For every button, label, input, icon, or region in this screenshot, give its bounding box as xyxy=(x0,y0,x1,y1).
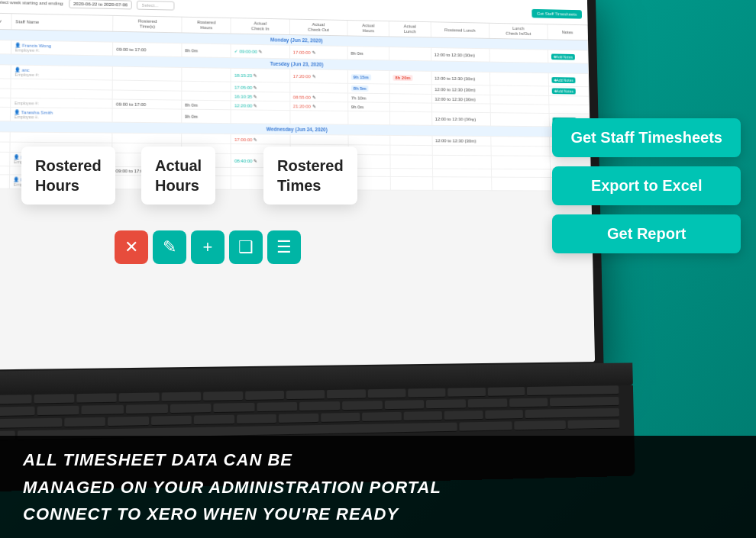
bottom-text-overlay: ALL TIMESHEET DATA CAN BE MANAGED ON YOU… xyxy=(0,436,756,538)
row-num: 4 xyxy=(0,89,11,98)
right-buttons-panel: Get Staff Timesheets Export to Excel Get… xyxy=(552,118,741,253)
add-note-button[interactable]: ✚Add Notes xyxy=(551,89,575,95)
edit-action-icon[interactable]: ✎ xyxy=(153,230,186,264)
row-actual-hours: 8h 0m xyxy=(347,47,389,60)
row-num xyxy=(0,132,11,142)
row-rostered-lunch xyxy=(432,156,492,169)
row-rostered-lunch: 12:00 to 12:30 (30m) xyxy=(431,85,490,95)
get-report-button[interactable]: Get Report xyxy=(552,214,741,253)
row-actual-hours: 9h 0m xyxy=(348,102,390,111)
row-lunch-check xyxy=(492,169,551,178)
row-actual-lunch xyxy=(389,47,431,61)
select-input[interactable]: Select... xyxy=(137,1,174,11)
row-rostered-lunch: 12:00 to 12:30 (30m) xyxy=(431,48,489,63)
row-lunch-check xyxy=(490,85,548,96)
col-rostered-lunch: Rostered Lunch xyxy=(431,22,489,39)
row-checkout: 17:20:00 ✎ xyxy=(289,69,347,84)
row-num: 1 xyxy=(0,40,11,55)
row-checkout xyxy=(290,135,348,145)
row-num: 5 xyxy=(0,108,11,122)
add-action-icon[interactable]: + xyxy=(191,230,225,264)
row-num: 3 xyxy=(0,79,11,89)
row-rostered-time xyxy=(113,66,182,81)
col-actual-hours: ActualHours xyxy=(347,21,389,37)
date-range-input[interactable]: 2020-06-22 to 2020-07-06 xyxy=(69,0,133,9)
row-actual-lunch xyxy=(390,155,432,169)
key xyxy=(108,417,149,427)
key xyxy=(170,404,212,414)
row-rostered-hours xyxy=(182,92,231,101)
row-rostered-time xyxy=(112,134,181,144)
add-note-button[interactable]: ✚Add Notes xyxy=(551,77,575,83)
get-staff-timesheets-button[interactable]: Get Staff Timesheets xyxy=(531,9,582,19)
key xyxy=(76,393,117,403)
key xyxy=(321,413,360,423)
key xyxy=(342,401,382,411)
key xyxy=(34,394,74,404)
key xyxy=(448,388,486,398)
col-actual-checkin: ActualCheck In xyxy=(231,18,289,35)
key xyxy=(64,417,105,427)
bottom-text-line2: MANAGED ON YOUR ADMINISTRATION PORTAL xyxy=(23,474,733,501)
row-actual-lunch xyxy=(389,84,431,94)
close-icon: ✕ xyxy=(124,237,138,257)
row-checkin: 17:05:00 ✎ xyxy=(231,82,289,93)
copy-action-icon[interactable]: ❑ xyxy=(229,230,263,264)
key xyxy=(468,398,507,408)
col-notes: Notes xyxy=(547,24,587,40)
edit-icon: ✎ xyxy=(163,237,176,257)
select-week-label: Select week starting and ending: xyxy=(0,0,64,6)
get-staff-timesheets-right-button[interactable]: Get Staff Timesheets xyxy=(552,118,741,157)
close-action-icon[interactable]: ✕ xyxy=(115,230,148,264)
key xyxy=(459,421,512,431)
row-rostered-lunch xyxy=(432,169,492,177)
key xyxy=(568,420,620,430)
key xyxy=(151,416,192,426)
key xyxy=(403,411,442,421)
key xyxy=(286,390,325,400)
row-num xyxy=(0,98,11,108)
row-actual-lunch xyxy=(389,103,431,112)
row-num xyxy=(0,142,11,152)
floating-label-actual-hours: Actual Hours xyxy=(141,147,215,205)
key xyxy=(0,407,34,417)
row-rostered-hours: 8h 0m xyxy=(182,43,231,58)
row-notes: ✚Add Notes xyxy=(548,50,588,63)
row-num xyxy=(0,166,10,175)
row-rostered-time: 09:00 to 17:00 xyxy=(112,99,181,109)
key xyxy=(327,389,365,399)
key xyxy=(485,410,523,420)
bottom-text-line3: CONNECT TO XERO WHEN YOU'RE READY xyxy=(23,501,733,527)
key xyxy=(525,408,619,419)
row-staff: 👤 ancEmployee #: xyxy=(11,65,113,80)
row-checkout xyxy=(289,83,347,94)
row-lunch-check xyxy=(492,177,551,191)
add-note-button[interactable]: ✚Add Notes xyxy=(551,53,574,60)
row-notes xyxy=(548,105,589,114)
row-actual-hours: 7h 10m xyxy=(347,93,389,102)
row-num: 8 xyxy=(0,153,10,167)
key xyxy=(408,388,446,398)
row-actual-lunch xyxy=(390,169,432,177)
row-checkout: 08:55:00 ✎ xyxy=(289,92,347,102)
row-rostered-lunch xyxy=(432,177,492,191)
col-lunch-check: LunchCheck In/Out xyxy=(489,24,548,40)
row-checkout: 21:20:00 ✎ xyxy=(289,101,347,111)
row-rostered-lunch xyxy=(432,146,492,156)
row-checkin xyxy=(231,110,289,124)
key xyxy=(509,398,548,408)
row-actual-lunch xyxy=(390,177,432,191)
row-rostered-time xyxy=(112,90,181,100)
export-excel-button[interactable]: Export to Excel xyxy=(552,166,741,205)
row-rostered-time: 09:00 to 17:00 xyxy=(113,43,182,57)
row-lunch-check xyxy=(490,95,548,105)
row-rostered-hours xyxy=(182,68,231,82)
row-rostered-time xyxy=(113,80,182,91)
laptop: Timesheets Check In/Out Summary (Payroll… xyxy=(0,0,635,493)
list-action-icon[interactable]: ☰ xyxy=(267,230,301,264)
row-rostered-lunch: 12:00 to 12:30 (30m) xyxy=(432,136,492,146)
action-icons-row: ✕ ✎ + ❑ ☰ xyxy=(115,230,301,264)
col-staff-name: Staff Name xyxy=(11,14,113,31)
floating-label-rostered-hours: Rostered Hours xyxy=(21,147,115,205)
copy-icon: ❑ xyxy=(238,237,254,257)
